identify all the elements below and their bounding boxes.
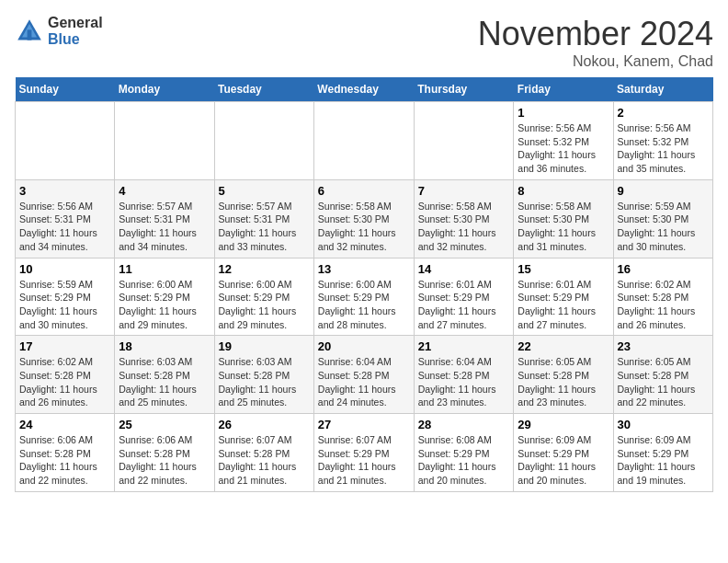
day-info: Sunrise: 6:08 AMSunset: 5:29 PMDaylight:… <box>418 433 510 488</box>
col-header-sunday: Sunday <box>16 77 115 102</box>
logo: General Blue <box>15 15 103 48</box>
location: Nokou, Kanem, Chad <box>478 53 713 70</box>
day-number: 10 <box>19 262 110 276</box>
day-info: Sunrise: 6:00 AMSunset: 5:29 PMDaylight:… <box>119 278 210 332</box>
calendar-cell: 17Sunrise: 6:02 AMSunset: 5:28 PMDayligh… <box>16 336 115 414</box>
calendar-cell: 19Sunrise: 6:03 AMSunset: 5:28 PMDayligh… <box>214 336 313 414</box>
day-number: 13 <box>318 262 410 276</box>
day-info: Sunrise: 5:57 AMSunset: 5:31 PMDaylight:… <box>219 200 310 254</box>
day-info: Sunrise: 6:01 AMSunset: 5:29 PMDaylight:… <box>418 278 510 332</box>
calendar-cell: 28Sunrise: 6:08 AMSunset: 5:29 PMDayligh… <box>414 414 514 492</box>
day-number: 19 <box>219 339 310 353</box>
day-info: Sunrise: 5:56 AMSunset: 5:31 PMDaylight:… <box>19 200 110 254</box>
calendar-table: SundayMondayTuesdayWednesdayThursdayFrid… <box>15 77 713 492</box>
calendar-cell: 1Sunrise: 5:56 AMSunset: 5:32 PMDaylight… <box>514 102 613 180</box>
calendar-header-row: SundayMondayTuesdayWednesdayThursdayFrid… <box>16 77 713 102</box>
calendar-week-row: 3Sunrise: 5:56 AMSunset: 5:31 PMDaylight… <box>16 179 713 258</box>
calendar-cell: 25Sunrise: 6:06 AMSunset: 5:28 PMDayligh… <box>115 414 214 492</box>
day-number: 18 <box>119 339 210 353</box>
calendar-cell: 7Sunrise: 5:58 AMSunset: 5:30 PMDaylight… <box>414 179 514 258</box>
calendar-week-row: 10Sunrise: 5:59 AMSunset: 5:29 PMDayligh… <box>16 258 713 336</box>
calendar-cell <box>115 102 214 180</box>
day-info: Sunrise: 6:06 AMSunset: 5:28 PMDaylight:… <box>19 433 110 488</box>
calendar-cell: 3Sunrise: 5:56 AMSunset: 5:31 PMDaylight… <box>16 179 115 258</box>
calendar-cell: 6Sunrise: 5:58 AMSunset: 5:30 PMDaylight… <box>313 179 414 258</box>
day-info: Sunrise: 5:58 AMSunset: 5:30 PMDaylight:… <box>418 200 510 254</box>
calendar-cell: 9Sunrise: 5:59 AMSunset: 5:30 PMDaylight… <box>613 179 713 258</box>
day-info: Sunrise: 6:06 AMSunset: 5:28 PMDaylight:… <box>119 433 210 488</box>
calendar-cell: 27Sunrise: 6:07 AMSunset: 5:29 PMDayligh… <box>313 414 414 492</box>
day-info: Sunrise: 5:56 AMSunset: 5:32 PMDaylight:… <box>518 121 609 176</box>
calendar-cell <box>313 102 414 180</box>
day-number: 11 <box>119 262 210 276</box>
calendar-cell: 13Sunrise: 6:00 AMSunset: 5:29 PMDayligh… <box>313 258 414 336</box>
day-info: Sunrise: 6:01 AMSunset: 5:29 PMDaylight:… <box>518 278 609 332</box>
col-header-saturday: Saturday <box>613 77 713 102</box>
day-number: 2 <box>618 106 710 120</box>
day-info: Sunrise: 6:03 AMSunset: 5:28 PMDaylight:… <box>219 355 310 409</box>
calendar-cell <box>214 102 313 180</box>
calendar-cell <box>414 102 514 180</box>
calendar-cell: 24Sunrise: 6:06 AMSunset: 5:28 PMDayligh… <box>16 414 115 492</box>
calendar-cell: 29Sunrise: 6:09 AMSunset: 5:29 PMDayligh… <box>514 414 613 492</box>
col-header-tuesday: Tuesday <box>214 77 313 102</box>
day-number: 17 <box>19 339 110 353</box>
day-number: 22 <box>518 339 609 353</box>
day-number: 6 <box>318 184 410 198</box>
day-info: Sunrise: 6:00 AMSunset: 5:29 PMDaylight:… <box>318 278 410 332</box>
day-number: 20 <box>318 339 410 353</box>
day-info: Sunrise: 6:05 AMSunset: 5:28 PMDaylight:… <box>518 355 609 409</box>
month-title: November 2024 <box>478 15 713 53</box>
day-info: Sunrise: 6:05 AMSunset: 5:28 PMDaylight:… <box>618 355 710 409</box>
col-header-monday: Monday <box>115 77 214 102</box>
calendar-week-row: 24Sunrise: 6:06 AMSunset: 5:28 PMDayligh… <box>16 414 713 492</box>
day-info: Sunrise: 5:58 AMSunset: 5:30 PMDaylight:… <box>318 200 410 254</box>
logo-general: General <box>48 15 103 30</box>
day-number: 30 <box>618 418 710 431</box>
day-number: 23 <box>618 339 710 353</box>
day-number: 9 <box>618 184 710 198</box>
day-info: Sunrise: 6:02 AMSunset: 5:28 PMDaylight:… <box>618 278 710 332</box>
day-number: 16 <box>618 262 710 276</box>
day-number: 28 <box>418 418 510 431</box>
day-info: Sunrise: 6:04 AMSunset: 5:28 PMDaylight:… <box>318 355 410 409</box>
title-area: November 2024 Nokou, Kanem, Chad <box>478 15 713 70</box>
calendar-cell: 2Sunrise: 5:56 AMSunset: 5:32 PMDaylight… <box>613 102 713 180</box>
logo-blue: Blue <box>48 31 80 47</box>
day-info: Sunrise: 5:58 AMSunset: 5:30 PMDaylight:… <box>518 200 609 254</box>
day-number: 27 <box>318 418 410 431</box>
day-info: Sunrise: 6:07 AMSunset: 5:29 PMDaylight:… <box>318 433 410 488</box>
calendar-cell: 12Sunrise: 6:00 AMSunset: 5:29 PMDayligh… <box>214 258 313 336</box>
day-number: 4 <box>119 184 210 198</box>
calendar-cell: 14Sunrise: 6:01 AMSunset: 5:29 PMDayligh… <box>414 258 514 336</box>
day-number: 1 <box>518 106 609 120</box>
day-info: Sunrise: 6:04 AMSunset: 5:28 PMDaylight:… <box>418 355 510 409</box>
calendar-cell: 16Sunrise: 6:02 AMSunset: 5:28 PMDayligh… <box>613 258 713 336</box>
col-header-friday: Friday <box>514 77 613 102</box>
logo-icon <box>15 17 44 46</box>
day-info: Sunrise: 6:09 AMSunset: 5:29 PMDaylight:… <box>618 433 710 488</box>
day-info: Sunrise: 6:09 AMSunset: 5:29 PMDaylight:… <box>518 433 609 488</box>
calendar-cell <box>16 102 115 180</box>
calendar-cell: 5Sunrise: 5:57 AMSunset: 5:31 PMDaylight… <box>214 179 313 258</box>
day-number: 25 <box>119 418 210 431</box>
day-number: 29 <box>518 418 609 431</box>
calendar-week-row: 17Sunrise: 6:02 AMSunset: 5:28 PMDayligh… <box>16 336 713 414</box>
calendar-cell: 8Sunrise: 5:58 AMSunset: 5:30 PMDaylight… <box>514 179 613 258</box>
calendar-cell: 18Sunrise: 6:03 AMSunset: 5:28 PMDayligh… <box>115 336 214 414</box>
svg-rect-2 <box>28 29 32 40</box>
day-number: 21 <box>418 339 510 353</box>
day-info: Sunrise: 6:02 AMSunset: 5:28 PMDaylight:… <box>19 355 110 409</box>
calendar-cell: 22Sunrise: 6:05 AMSunset: 5:28 PMDayligh… <box>514 336 613 414</box>
calendar-week-row: 1Sunrise: 5:56 AMSunset: 5:32 PMDaylight… <box>16 102 713 180</box>
day-number: 14 <box>418 262 510 276</box>
logo-text: General Blue <box>48 15 103 48</box>
calendar-cell: 21Sunrise: 6:04 AMSunset: 5:28 PMDayligh… <box>414 336 514 414</box>
calendar-cell: 15Sunrise: 6:01 AMSunset: 5:29 PMDayligh… <box>514 258 613 336</box>
day-info: Sunrise: 5:56 AMSunset: 5:32 PMDaylight:… <box>618 121 710 176</box>
day-number: 26 <box>219 418 310 431</box>
page-header: General Blue November 2024 Nokou, Kanem,… <box>15 15 713 70</box>
calendar-cell: 4Sunrise: 5:57 AMSunset: 5:31 PMDaylight… <box>115 179 214 258</box>
day-info: Sunrise: 5:59 AMSunset: 5:29 PMDaylight:… <box>19 278 110 332</box>
col-header-wednesday: Wednesday <box>313 77 414 102</box>
